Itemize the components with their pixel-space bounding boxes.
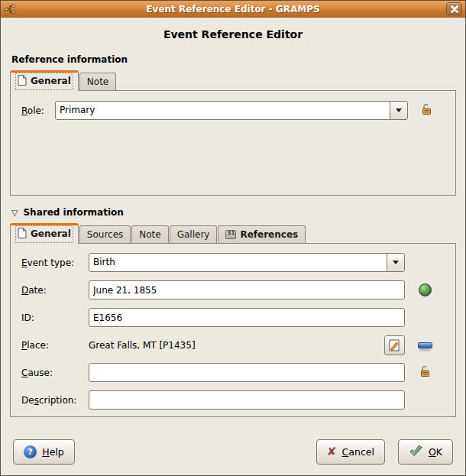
place-label: Place:: [21, 340, 89, 351]
cause-label: Cause:: [21, 368, 89, 378]
role-row: Role: Primary: [21, 101, 445, 120]
place-value: Great Falls, MT [P1435]: [89, 340, 196, 351]
date-validity-led-icon[interactable]: [419, 283, 432, 296]
description-input[interactable]: [89, 390, 405, 410]
cause-row: Cause:: [21, 363, 445, 382]
remove-place-icon[interactable]: [418, 342, 432, 348]
description-row: Description:: [21, 390, 445, 410]
event-type-combobox[interactable]: Birth: [89, 253, 405, 272]
ok-button-label: OK: [429, 446, 442, 458]
cancel-x-icon: ✘: [327, 446, 337, 458]
shared-tabs: General Sources Note Gallery 31 Referenc…: [10, 223, 456, 243]
date-row: Date:: [21, 280, 445, 300]
chevron-down-icon: [393, 261, 399, 264]
titlebar[interactable]: Event Reference Editor - GRAMPS: [1, 1, 465, 18]
date-input[interactable]: [89, 280, 405, 300]
gramps-app-icon: [4, 3, 16, 15]
cancel-button[interactable]: ✘ Cancel: [316, 439, 385, 465]
tab-shared-gallery[interactable]: Gallery: [170, 225, 218, 243]
place-row: Place: Great Falls, MT [P1435]: [21, 335, 445, 355]
edit-place-button[interactable]: [384, 335, 405, 355]
ok-check-icon: [409, 445, 423, 459]
role-label: Role:: [21, 105, 55, 116]
tab-label: Sources: [87, 229, 123, 240]
window-title: Event Reference Editor - GRAMPS: [1, 4, 465, 15]
dialog-footer: ? Help ✘ Cancel OK: [1, 429, 465, 475]
id-row: ID:: [21, 308, 445, 327]
privacy-lock-icon[interactable]: [417, 364, 432, 382]
close-button[interactable]: [446, 2, 462, 15]
dialog-heading: Event Reference Editor: [1, 28, 465, 40]
event-type-value: Birth: [89, 254, 387, 271]
document-icon: [18, 228, 27, 241]
tab-label: General: [31, 76, 71, 86]
help-button[interactable]: ? Help: [13, 439, 75, 465]
references-icon: 31: [225, 230, 236, 239]
shared-information-heading: Shared information: [23, 207, 123, 218]
ok-button[interactable]: OK: [398, 439, 453, 465]
date-label: Date:: [21, 285, 89, 296]
cancel-button-label: Cancel: [342, 446, 374, 458]
description-label: Description:: [21, 395, 89, 406]
help-button-label: Help: [42, 446, 64, 458]
tab-label: Gallery: [177, 229, 210, 240]
reference-general-panel: Role: Primary: [10, 90, 456, 196]
id-input[interactable]: [89, 308, 405, 327]
reference-tabs: General Note: [10, 70, 456, 90]
tab-shared-general[interactable]: General: [10, 223, 79, 244]
tab-shared-sources[interactable]: Sources: [79, 225, 131, 243]
tab-label: Note: [87, 76, 108, 87]
role-dropdown-button[interactable]: [390, 102, 407, 119]
tab-label: References: [240, 229, 298, 240]
reference-information-heading: Reference information: [11, 54, 465, 65]
privacy-lock-icon[interactable]: [419, 102, 434, 120]
shared-general-panel: Event type: Birth Date: ID:: [10, 243, 456, 417]
chevron-down-icon: [396, 108, 402, 112]
id-label: ID:: [21, 312, 89, 323]
shared-information-expander[interactable]: ▽ Shared information: [11, 207, 465, 218]
role-value: Primary: [56, 102, 390, 119]
tab-label: General: [31, 228, 71, 239]
tab-reference-general[interactable]: General: [10, 70, 79, 91]
tab-label: Note: [139, 229, 160, 240]
help-icon: ?: [24, 445, 37, 458]
cause-input[interactable]: [89, 363, 405, 382]
event-type-row: Event type: Birth: [21, 253, 445, 272]
document-icon: [18, 75, 27, 88]
tab-reference-note[interactable]: Note: [79, 73, 116, 90]
event-type-dropdown-button[interactable]: [387, 254, 404, 271]
event-reference-editor-window: Event Reference Editor - GRAMPS Event Re…: [0, 0, 466, 476]
event-type-label: Event type:: [21, 257, 89, 268]
expander-triangle-icon: ▽: [11, 209, 18, 217]
edit-icon: [389, 339, 400, 351]
role-combobox[interactable]: Primary: [55, 101, 408, 120]
tab-shared-references[interactable]: 31 References: [218, 225, 306, 243]
tab-shared-note[interactable]: Note: [131, 225, 168, 243]
close-icon: [451, 5, 458, 13]
